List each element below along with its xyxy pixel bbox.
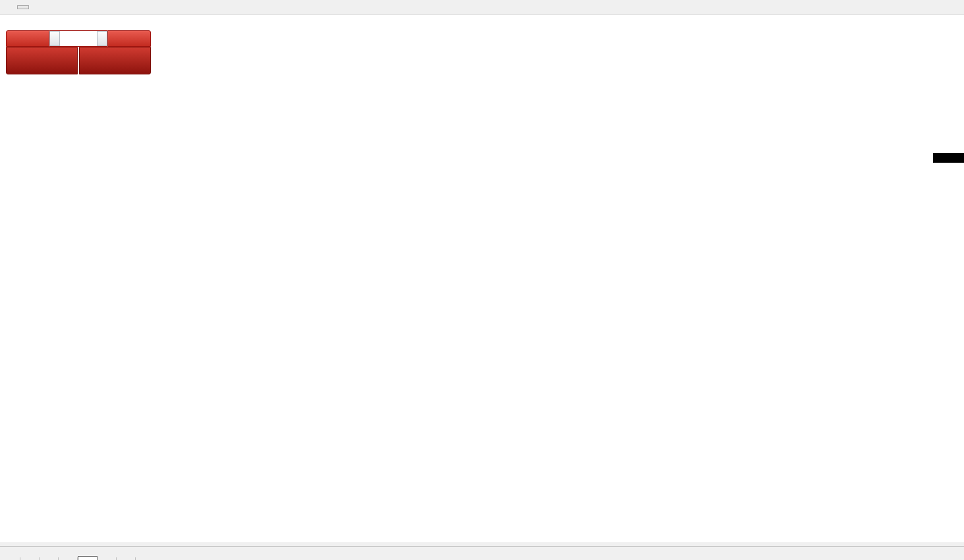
timeframe-mn-button[interactable] xyxy=(43,5,55,9)
current-price-tag xyxy=(933,153,964,163)
timeframe-w1-button[interactable] xyxy=(30,5,42,9)
volume-increase-button[interactable] xyxy=(97,31,107,46)
tab-audusd-daily[interactable] xyxy=(40,557,59,560)
chart-title xyxy=(8,18,15,27)
sell-button[interactable] xyxy=(6,30,49,47)
timeframe-h4-button[interactable] xyxy=(4,5,16,9)
one-click-trading-panel xyxy=(6,30,151,74)
volume-input[interactable] xyxy=(60,31,97,46)
tab-usdcad-daily[interactable] xyxy=(78,556,98,560)
chart-plot[interactable] xyxy=(0,15,964,542)
sell-price-display[interactable] xyxy=(6,47,78,74)
tab-usdcnh-daily[interactable] xyxy=(98,557,117,560)
buy-price-display[interactable] xyxy=(79,47,151,74)
timeframe-toolbar xyxy=(0,0,964,14)
tab-eurusd-daily[interactable] xyxy=(20,557,40,560)
tab-eurchf-weekly[interactable] xyxy=(117,557,136,560)
volume-decrease-button[interactable] xyxy=(49,31,60,46)
chart-window[interactable] xyxy=(0,15,964,542)
symbol-tab-bar xyxy=(0,546,964,560)
tab-usdchf-daily[interactable] xyxy=(59,557,78,560)
volume-stepper xyxy=(49,30,107,47)
timeframe-d1-button[interactable] xyxy=(17,5,29,9)
buy-button[interactable] xyxy=(107,30,151,47)
trading-terminal xyxy=(0,0,964,560)
